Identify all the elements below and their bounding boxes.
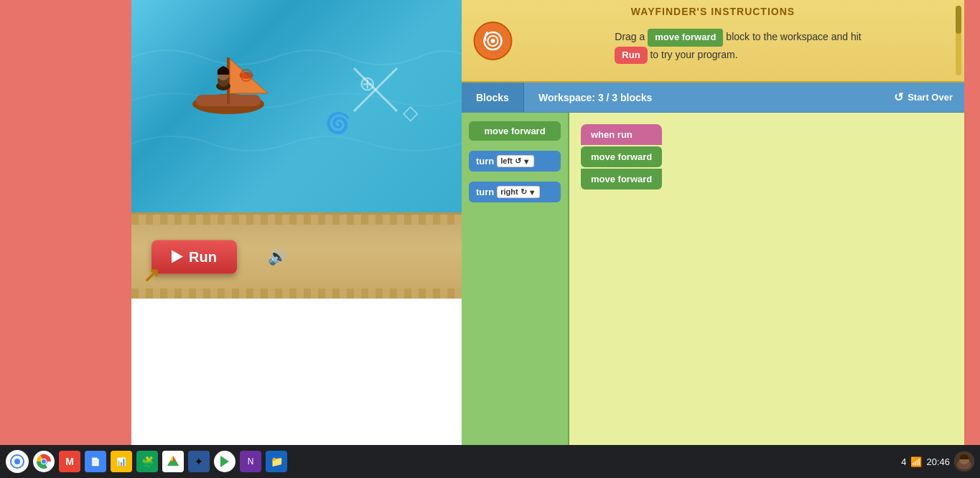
docs-label: 📄 bbox=[90, 457, 101, 467]
boat-character bbox=[182, 29, 275, 122]
taskbar-left: M 📄 📊 🧩 ✦ bbox=[6, 450, 287, 473]
chrome-os-button[interactable] bbox=[6, 450, 29, 473]
taskbar-system: 4 📶 20:46 bbox=[901, 451, 974, 472]
turn-right-dropdown[interactable]: right ↻ ▼ bbox=[497, 186, 539, 198]
svg-point-12 bbox=[491, 39, 495, 43]
green-app-icon[interactable]: 🧩 bbox=[136, 451, 158, 472]
palette-turn-left-block[interactable]: turn left ↺ ▼ bbox=[469, 151, 561, 172]
workspace-when-run-block[interactable]: when run bbox=[581, 124, 662, 145]
ocean-background: ⊕ ◇ 🌀 bbox=[131, 0, 462, 212]
svg-marker-19 bbox=[220, 456, 229, 467]
files-icon[interactable]: 📁 bbox=[266, 451, 287, 472]
play-icon bbox=[172, 250, 183, 263]
x-mark bbox=[347, 61, 404, 118]
workspace-area: when run move forward move forward bbox=[569, 113, 964, 445]
palette-move-forward-label: move forward bbox=[484, 126, 545, 136]
feather-app-icon[interactable]: ✦ bbox=[188, 451, 210, 472]
docs-icon[interactable]: 📄 bbox=[85, 451, 106, 472]
workspace-move-forward-1-block[interactable]: move forward bbox=[581, 146, 662, 167]
sound-icon: 🔊 bbox=[268, 248, 287, 266]
play-store-svg bbox=[218, 454, 232, 469]
blocks-tab-label: Blocks bbox=[476, 92, 509, 103]
wifi-icon: 📶 bbox=[910, 456, 922, 467]
move-forward-inline-block: move forward bbox=[648, 29, 723, 47]
chrome-os-icon bbox=[10, 454, 24, 469]
right-edge bbox=[964, 0, 980, 445]
green-app-label: 🧩 bbox=[141, 456, 154, 467]
drive-icon[interactable] bbox=[162, 451, 184, 472]
slides-label: 📊 bbox=[116, 457, 126, 467]
start-over-button[interactable]: ↺ Start Over bbox=[882, 83, 964, 112]
refresh-icon: ↺ bbox=[894, 90, 903, 104]
workspace-tab-label: Workspace: 3 / 3 blocks bbox=[538, 92, 652, 103]
dropdown-arrow-left: ▼ bbox=[523, 157, 531, 166]
turn-right-direction: right ↻ bbox=[500, 187, 527, 197]
water-symbol-diamond: ◇ bbox=[403, 100, 419, 124]
workspace-when-run-label: when run bbox=[591, 129, 633, 140]
workspace-move-forward-1-label: move forward bbox=[591, 151, 652, 162]
turn-left-direction: left ↺ bbox=[500, 156, 521, 166]
purple-app-label: N bbox=[248, 456, 254, 467]
blocks-tab[interactable]: Blocks bbox=[462, 83, 524, 112]
user-avatar[interactable] bbox=[954, 451, 974, 472]
left-panel bbox=[0, 0, 131, 445]
moana-spiral-icon bbox=[473, 21, 513, 60]
instructions-text-after: to try your program. bbox=[650, 49, 737, 60]
run-inline-block: Run bbox=[615, 47, 647, 65]
taskbar-right: 4 📶 20:46 bbox=[901, 451, 974, 472]
taskbar: M 📄 📊 🧩 ✦ bbox=[0, 445, 980, 478]
palette-move-forward-block[interactable]: move forward bbox=[469, 121, 561, 141]
run-button-label: Run bbox=[189, 248, 217, 265]
tribal-border-top bbox=[131, 215, 462, 225]
wayfinder-title: WAYFINDER'S INSTRUCTIONS bbox=[631, 6, 795, 17]
chrome-icon[interactable] bbox=[33, 451, 55, 472]
palette-turn-left-label: turn bbox=[476, 156, 494, 167]
game-canvas: ⊕ ◇ 🌀 bbox=[131, 0, 462, 212]
slides-icon[interactable]: 📊 bbox=[111, 451, 132, 472]
turn-left-dropdown[interactable]: left ↺ ▼ bbox=[497, 155, 533, 167]
play-store-icon[interactable] bbox=[214, 451, 235, 472]
time-display: 20:46 bbox=[926, 456, 950, 467]
instructions-scrollbar-thumb bbox=[956, 6, 961, 34]
purple-app-icon[interactable]: N bbox=[240, 451, 261, 472]
arrow-decoration: ↗ bbox=[143, 263, 159, 287]
instructions-text-middle: block to the workspace and hit bbox=[726, 31, 861, 42]
sound-button[interactable]: 🔊 bbox=[268, 248, 287, 266]
avatar-svg bbox=[954, 451, 974, 472]
palette-turn-right-label: turn bbox=[476, 187, 494, 197]
workspace-blocks: when run move forward move forward bbox=[581, 124, 662, 191]
gmail-icon[interactable]: M bbox=[59, 451, 80, 472]
gmail-label: M bbox=[65, 456, 74, 467]
run-button[interactable]: Run bbox=[151, 240, 237, 273]
instructions-scrollbar[interactable] bbox=[956, 6, 961, 75]
drive-svg bbox=[166, 454, 180, 469]
instructions-text-before: Drag a bbox=[615, 31, 645, 42]
palette-turn-right-block[interactable]: turn right ↻ ▼ bbox=[469, 182, 561, 202]
chrome-svg bbox=[36, 454, 52, 469]
coding-bar: Blocks Workspace: 3 / 3 blocks ↺ Start O… bbox=[462, 83, 964, 113]
start-over-label: Start Over bbox=[907, 92, 953, 103]
battery-level: 4 bbox=[901, 456, 906, 467]
feather-label: ✦ bbox=[195, 456, 203, 467]
workspace-tab[interactable]: Workspace: 3 / 3 blocks bbox=[524, 83, 882, 112]
blocks-palette: move forward turn left ↺ ▼ turn right ↻ … bbox=[462, 113, 569, 445]
workspace-move-forward-2-block[interactable]: move forward bbox=[581, 169, 662, 189]
files-label: 📁 bbox=[271, 456, 283, 467]
white-area bbox=[131, 299, 462, 445]
svg-point-14 bbox=[14, 459, 20, 464]
dropdown-arrow-right: ▼ bbox=[528, 188, 536, 197]
svg-point-17 bbox=[42, 459, 46, 464]
instructions-banner: WAYFINDER'S INSTRUCTIONS Drag a move for… bbox=[462, 0, 964, 83]
workspace-move-forward-2-label: move forward bbox=[591, 174, 652, 184]
bottom-strip: Run 🔊 ↗ bbox=[131, 212, 462, 299]
tribal-border-bottom bbox=[131, 289, 462, 299]
coding-area: move forward turn left ↺ ▼ turn right ↻ … bbox=[462, 113, 964, 445]
instructions-text: Drag a move forward block to the workspa… bbox=[564, 17, 861, 65]
right-panel: WAYFINDER'S INSTRUCTIONS Drag a move for… bbox=[462, 0, 964, 445]
